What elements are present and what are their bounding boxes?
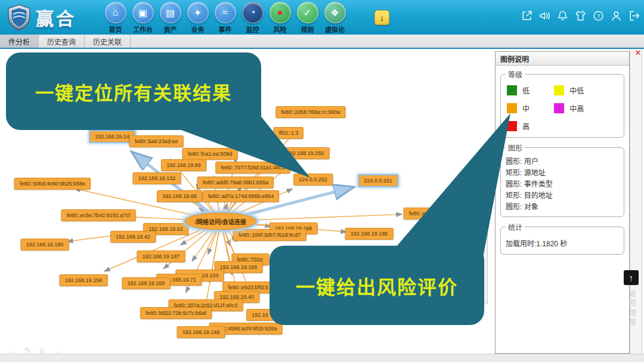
graph-node[interactable]: 192.168.19.14 — [89, 130, 135, 143]
callout-risk: 一键给出风险评价 — [270, 246, 484, 325]
back-to-top-label: 返回顶部 — [627, 290, 637, 328]
legend-stats-group: 统计 加载用时:1.1820 秒 — [500, 222, 624, 255]
tab-2[interactable]: 历史关联 — [85, 35, 131, 48]
external-link-icon[interactable] — [521, 10, 533, 22]
graph-node[interactable]: fe80::b552:72b:5c7c:b9af — [140, 307, 212, 319]
nav-item-label: 监控 — [246, 24, 259, 34]
level-color-swatch — [554, 85, 564, 95]
graph-node[interactable]: fe80::7077:f18d:31a1:48c3 — [215, 162, 290, 174]
callout-locate-text: 一键定位所有关联结果 — [35, 78, 232, 105]
virtualization-icon: ❖ — [324, 2, 346, 23]
graph-node[interactable]: 192.168.19.190 — [21, 239, 69, 250]
tab-0[interactable]: 件分析 — [0, 35, 39, 48]
tab-1[interactable]: 历史查询 — [39, 35, 85, 48]
monitor-icon: ◔ — [242, 2, 264, 23]
list-icon[interactable]: ≡ — [39, 345, 45, 356]
legend-level-item: 低 — [507, 85, 554, 95]
nav-item-risk[interactable]: ●风险 — [267, 2, 293, 34]
graph-node[interactable]: 192.168.19.185 — [345, 228, 394, 240]
graph-node[interactable]: fe80::5a8:23ed:ee — [129, 135, 184, 147]
help-icon[interactable]: ? — [592, 10, 605, 22]
download-button[interactable]: ↓ — [374, 10, 389, 25]
nav-item-workbench[interactable]: ▣工作台 — [130, 2, 156, 34]
legend-level-items: 低中低中中高高 — [506, 83, 619, 134]
edit-icon[interactable]: ✎ — [24, 345, 32, 356]
graph-node[interactable]: 224.0.0.251 — [358, 174, 398, 187]
graph-node[interactable]: 192.168.19.88 — [157, 190, 202, 202]
legend-level-item: 高 — [507, 121, 554, 131]
rules-icon: ✓ — [297, 2, 318, 23]
graph-node[interactable]: ff02::1:3 — [274, 127, 304, 139]
legend-shape-row: 矩形: 目的地址 — [506, 190, 619, 202]
volume-icon[interactable] — [538, 10, 551, 22]
topbar-right-icons: ? — [521, 10, 640, 22]
tab-bar: 件分析历史查询历史关联 — [0, 35, 644, 49]
svg-text:?: ? — [597, 13, 600, 19]
back-icon[interactable]: ← — [7, 345, 16, 356]
nav-items: ⌂首页▣工作台▤资产✦业务≈事件◔监控●风险✓规则❖虚拟化 — [103, 2, 348, 34]
events-icon: ≈ — [215, 2, 236, 23]
graph-node[interactable]: 192.168.19.187 — [137, 250, 185, 262]
back-to-top-button[interactable]: ↑ — [624, 270, 639, 285]
shield-logo-icon — [6, 4, 32, 31]
nav-item-rules[interactable]: ✓规则 — [295, 2, 320, 34]
nav-item-label: 事件 — [219, 24, 232, 34]
download-icon: ↓ — [380, 13, 385, 23]
logout-icon[interactable] — [628, 10, 640, 22]
graph-node[interactable]: 192.168.19.255 — [281, 147, 330, 159]
graph-node[interactable]: 192.168.19.89 — [161, 159, 206, 171]
graph-node[interactable]: fe80::50bd:4e90:9b25:b58e — [14, 178, 91, 190]
nav-item-label: 虚拟化 — [325, 24, 345, 34]
level-color-swatch — [507, 85, 517, 95]
graph-node[interactable]: 224.0.0.252 — [293, 174, 333, 185]
nav-item-business[interactable]: ✦业务 — [185, 2, 210, 34]
home-icon: ⌂ — [105, 2, 126, 23]
theme-icon[interactable] — [574, 10, 587, 22]
user-icon[interactable] — [610, 10, 623, 22]
business-icon: ✦ — [187, 2, 209, 23]
graph-node[interactable]: 192.168.19.146 — [177, 326, 225, 338]
nav-item-home[interactable]: ⌂首页 — [103, 2, 128, 34]
legend-panel-title: 图例说明 — [496, 52, 629, 66]
graph-node[interactable]: fe80::ad7a:174d:895b:e954 — [203, 190, 279, 202]
graph-node[interactable]: 192.168.19.159 — [122, 277, 171, 289]
close-icon[interactable]: ✕ — [633, 48, 643, 58]
legend-shape-items: 圆形: 用户矩形: 源地址圆形: 事件类型矩形: 目的地址圆形: 对象 — [506, 156, 619, 213]
nav-item-label: 工作台 — [133, 24, 153, 34]
nav-item-label: 风险 — [274, 24, 287, 34]
graph-node[interactable]: fe80::fca1:ea:509d — [182, 148, 238, 160]
graph-node[interactable]: fe80::186f:3d67:f62d:8cd7 — [233, 229, 306, 241]
graph-center-node[interactable]: /网络访问/会话连接 — [185, 213, 256, 230]
topbar: 赢合 ⌂首页▣工作台▤资产✦业务≈事件◔监控●风险✓规则❖虚拟化 ↓ ? — [0, 0, 644, 35]
bell-icon[interactable] — [556, 10, 569, 22]
nav-item-assets[interactable]: ▤资产 — [157, 2, 183, 34]
graph-node[interactable]: fe80::e1fd:b0 — [404, 208, 446, 219]
graph-scrollbar-handle[interactable] — [484, 207, 487, 215]
legend-shapes-title: 图形 — [506, 143, 525, 153]
level-color-swatch — [507, 103, 517, 113]
graph-node[interactable]: 192.168.19.158 — [60, 274, 108, 286]
legend-level-item: 中 — [507, 103, 554, 113]
legend-level-item: 中低 — [554, 85, 618, 95]
nav-item-label: 规则 — [301, 24, 314, 34]
nav-item-label: 首页 — [109, 24, 122, 34]
bottom-status-strip — [0, 354, 644, 362]
legend-shape-row: 圆形: 对象 — [506, 202, 619, 213]
level-label: 高 — [522, 121, 530, 131]
nav-item-events[interactable]: ≈事件 — [212, 2, 238, 34]
graph-node[interactable]: fe80::ec5e:7b42:9191:a7cf — [61, 209, 136, 221]
level-color-swatch — [507, 121, 517, 131]
graph-node[interactable]: 192.168.19.42 — [110, 231, 156, 243]
up-arrow-icon: ↑ — [629, 273, 634, 283]
graph-node[interactable]: 192.168.19.121 — [218, 131, 266, 143]
graph-node[interactable]: fe80::add5:79a8:39b1:b55a — [197, 177, 274, 188]
forward-icon[interactable]: → — [52, 345, 61, 356]
callout-locate: 一键定位所有关联结果 — [6, 52, 261, 130]
load-time-text: 加载用时:1.1820 秒 — [506, 236, 619, 250]
risk-icon: ● — [270, 2, 291, 23]
graph-node[interactable]: 192.168.19.132 — [133, 172, 181, 184]
graph-node[interactable]: fe80::2058:768a:cc:580a — [275, 106, 345, 118]
nav-item-monitor[interactable]: ◔监控 — [240, 2, 265, 34]
legend-shape-row: 圆形: 事件类型 — [506, 179, 619, 190]
nav-item-virtualization[interactable]: ❖虚拟化 — [322, 2, 348, 34]
